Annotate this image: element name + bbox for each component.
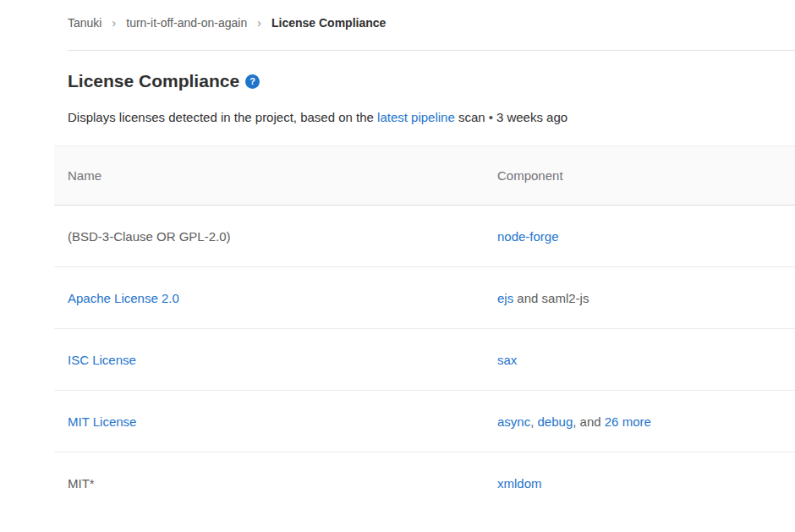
license-name-cell: (BSD-3-Clause OR GPL-2.0) — [54, 206, 484, 267]
table-header-row: Name Component — [54, 146, 795, 206]
license-name-link[interactable]: ISC License — [68, 353, 136, 367]
component-text: and saml2-js — [513, 291, 589, 305]
license-table: Name Component (BSD-3-Clause OR GPL-2.0)… — [54, 145, 795, 513]
license-name-link[interactable]: Apache License 2.0 — [68, 291, 179, 305]
chevron-right-icon: › — [257, 15, 261, 30]
page-description: Displays licenses detected in the projec… — [68, 109, 795, 125]
license-name-text: (BSD-3-Clause OR GPL-2.0) — [68, 229, 231, 244]
component-separator-text: , and — [573, 414, 605, 429]
component-cell: async, debug, and 26 more — [484, 391, 795, 452]
breadcrumb-group-link[interactable]: Tanuki — [68, 16, 101, 30]
table-row: MIT* xmldom — [54, 452, 795, 514]
page-title: License Compliance ? — [68, 70, 795, 92]
component-cell: xmldom — [484, 452, 795, 514]
bullet-separator: • — [489, 110, 493, 124]
license-compliance-page: Tanuki › turn-it-off-and-on-again › Lice… — [54, 0, 795, 513]
license-name-cell: Apache License 2.0 — [54, 267, 484, 329]
breadcrumb-current-page-link[interactable]: License Compliance — [271, 16, 386, 30]
component-link[interactable]: async — [497, 414, 530, 429]
breadcrumb: Tanuki › turn-it-off-and-on-again › Lice… — [54, 0, 795, 31]
component-cell: node-forge — [484, 206, 795, 267]
component-cell: ejs and saml2-js — [484, 267, 795, 329]
component-link[interactable]: sax — [497, 353, 517, 367]
table-row: ISC License sax — [54, 329, 795, 391]
component-link[interactable]: debug — [538, 414, 573, 429]
description-text: Displays licenses detected in the projec… — [68, 110, 377, 124]
table-row: Apache License 2.0 ejs and saml2-js — [54, 267, 795, 329]
column-header-name: Name — [54, 146, 484, 206]
scan-timestamp: 3 weeks ago — [496, 110, 567, 124]
breadcrumb-project-link[interactable]: turn-it-off-and-on-again — [126, 16, 247, 30]
table-row: MIT License async, debug, and 26 more — [54, 391, 795, 452]
chevron-right-icon: › — [112, 15, 116, 30]
component-link[interactable]: ejs — [497, 291, 513, 305]
license-name-link[interactable]: MIT License — [68, 414, 136, 429]
more-components-link[interactable]: 26 more — [605, 414, 651, 429]
column-header-component: Component — [484, 146, 795, 206]
component-link[interactable]: xmldom — [497, 476, 542, 491]
table-row: (BSD-3-Clause OR GPL-2.0) node-forge — [54, 206, 795, 267]
license-name-cell: ISC License — [54, 329, 484, 391]
description-suffix: scan — [455, 110, 485, 124]
component-cell: sax — [484, 329, 795, 391]
latest-pipeline-link[interactable]: latest pipeline — [377, 110, 455, 124]
license-name-cell: MIT* — [54, 452, 484, 514]
component-separator-text: , — [530, 414, 537, 429]
license-name-text: MIT* — [68, 476, 95, 491]
component-link[interactable]: node-forge — [497, 229, 559, 244]
breadcrumb-divider — [68, 50, 795, 51]
license-name-cell: MIT License — [54, 391, 484, 452]
page-title-text: License Compliance — [68, 70, 239, 92]
question-mark-icon[interactable]: ? — [245, 74, 260, 89]
